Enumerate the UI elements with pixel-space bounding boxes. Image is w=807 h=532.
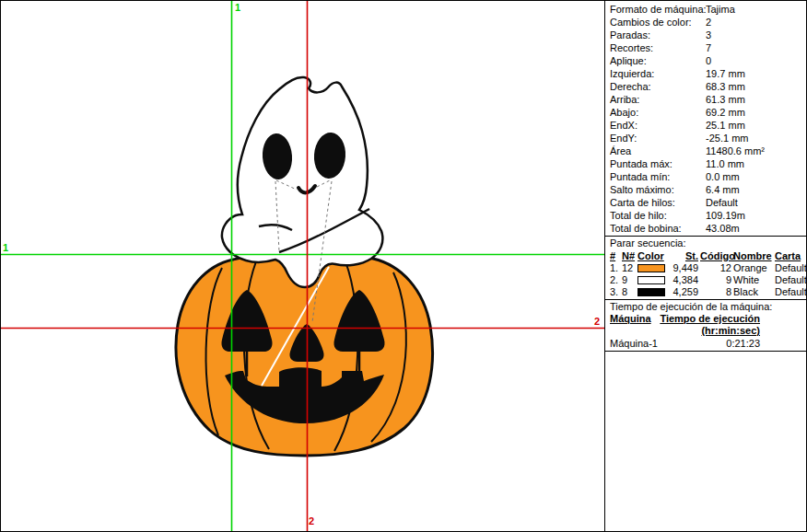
machine-time-title: Tiempo de ejecución de la máquina: bbox=[605, 300, 806, 313]
info-row-machine-format: Formato de máquina:Tajima bbox=[605, 3, 806, 16]
thread-color-swatch-black[interactable] bbox=[637, 288, 665, 296]
col-header-chart: Carta bbox=[775, 249, 806, 262]
info-row-thread-chart: Carta de hilos:Default bbox=[605, 196, 806, 209]
design-properties-list: Formato de máquina:Tajima Cambios de col… bbox=[605, 3, 806, 235]
thread-color-swatch-white[interactable] bbox=[637, 276, 665, 284]
info-row-endx: EndX:25.1 mm bbox=[605, 119, 806, 132]
machine-exec-time: 0:21:23 bbox=[665, 337, 806, 350]
info-row-max-stitch: Puntada máx:11.0 mm bbox=[605, 157, 806, 170]
col-header-time-unit: (hr:min:sec) bbox=[665, 325, 806, 336]
col-header-exec-time: Tiempo de ejecución bbox=[660, 313, 806, 325]
col-header-needle: N# bbox=[622, 249, 637, 262]
info-row-total-bobbin: Total de bobina:43.08m bbox=[605, 222, 806, 235]
info-row-stops: Paradas:3 bbox=[605, 29, 806, 41]
col-header-machine: Máquina bbox=[610, 313, 660, 325]
info-row-trims: Recortes:7 bbox=[605, 41, 806, 54]
thread-color-swatch-orange[interactable] bbox=[637, 264, 665, 272]
machine-name: Máquina-1 bbox=[610, 337, 665, 350]
guide-label-start-top: 1 bbox=[235, 2, 240, 13]
col-header-name: Nombre bbox=[733, 249, 775, 262]
info-row-color-changes: Cambios de color:2 bbox=[605, 16, 806, 29]
embroidery-app-window: 1 1 2 2 Formato de máquina:Tajima Cambio… bbox=[0, 0, 807, 532]
machine-time-table: Máquina Tiempo de ejecución (hr:min:sec)… bbox=[605, 313, 806, 350]
ghost-body bbox=[222, 77, 382, 287]
stop-sequence-row-2[interactable]: 2. 9 4,384 9 White Default bbox=[610, 274, 806, 286]
stop-sequence-header-row: # N# Color St. Código Nombre Carta bbox=[610, 249, 806, 262]
info-row-top: Arriba:61.3 mm bbox=[605, 93, 806, 106]
machine-time-unit-row: (hr:min:sec) bbox=[605, 325, 806, 336]
guide-label-end-bottom: 2 bbox=[309, 515, 314, 526]
stop-sequence-title: Parar secuencia: bbox=[605, 237, 806, 249]
info-row-right: Derecha:68.3 mm bbox=[605, 80, 806, 93]
machine-time-header-row: Máquina Tiempo de ejecución bbox=[605, 313, 806, 325]
col-header-stitches: St. bbox=[669, 249, 700, 262]
info-row-total-thread: Total de hilo:109.19m bbox=[605, 209, 806, 222]
col-header-num: # bbox=[610, 249, 622, 262]
guide-label-end-right: 2 bbox=[594, 316, 600, 327]
panel-divider bbox=[605, 351, 806, 352]
col-header-code: Código bbox=[700, 249, 733, 262]
stop-sequence-row-1[interactable]: 1. 12 9,449 12 Orange Default bbox=[610, 262, 806, 274]
info-row-bottom: Abajo:69.2 mm bbox=[605, 106, 806, 119]
info-row-left: Izquierda:19.7 mm bbox=[605, 67, 806, 80]
info-row-area: Área11480.6 mm² bbox=[605, 145, 806, 157]
info-row-endy: EndY:-25.1 mm bbox=[605, 132, 806, 145]
machine-time-row-1[interactable]: Máquina-1 0:21:23 bbox=[605, 337, 806, 350]
info-row-max-jump: Salto máximo:6.4 mm bbox=[605, 183, 806, 196]
guide-label-start-left: 1 bbox=[3, 242, 8, 253]
stop-sequence-table: # N# Color St. Código Nombre Carta 1. 12… bbox=[605, 249, 806, 298]
info-row-min-stitch: Puntada mín:0.0 mm bbox=[605, 170, 806, 183]
stop-sequence-row-3[interactable]: 3. 8 4,259 8 Black Default bbox=[610, 286, 806, 298]
design-canvas[interactable]: 1 1 2 2 bbox=[1, 1, 604, 531]
col-header-color: Color bbox=[637, 249, 669, 262]
info-row-applique: Aplique:0 bbox=[605, 54, 806, 67]
design-info-panel: Formato de máquina:Tajima Cambios de col… bbox=[604, 1, 806, 531]
